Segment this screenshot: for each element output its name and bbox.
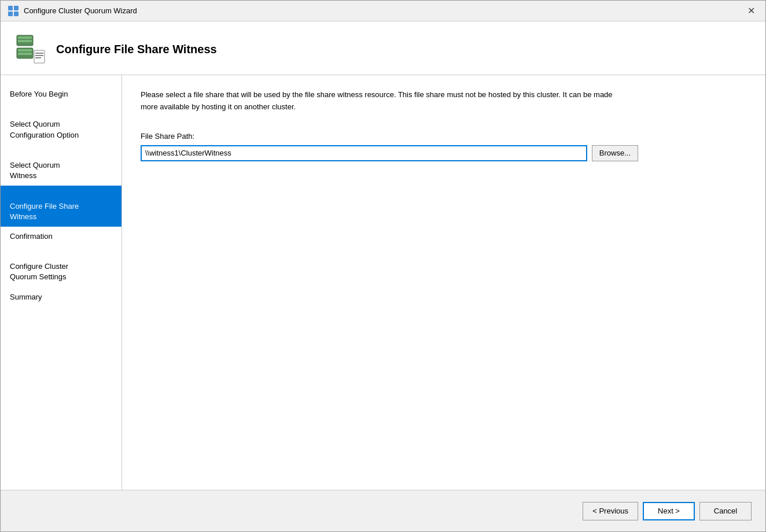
page-title: Configure File Share Witness	[56, 43, 217, 56]
browse-button[interactable]: Browse...	[592, 145, 638, 161]
svg-rect-10	[34, 50, 45, 63]
svg-rect-9	[18, 53, 32, 55]
svg-rect-3	[14, 12, 19, 16]
wizard-window: Configure Cluster Quorum Wizard ✕ Config…	[0, 0, 766, 532]
svg-rect-1	[14, 6, 19, 10]
svg-rect-2	[8, 12, 13, 16]
svg-rect-5	[18, 36, 32, 39]
field-row: Browse...	[141, 145, 638, 161]
svg-rect-0	[8, 6, 13, 10]
sidebar-item-before-you-begin[interactable]: Before You Begin	[1, 84, 121, 104]
sidebar-item-configure-file-share-witness[interactable]: Configure File Share Witness	[1, 186, 121, 227]
title-bar: Configure Cluster Quorum Wizard ✕	[1, 1, 765, 21]
main-content: Please select a file share that will be …	[122, 75, 765, 490]
svg-rect-12	[35, 55, 43, 56]
title-bar-left: Configure Cluster Quorum Wizard	[8, 5, 137, 17]
sidebar: Before You Begin Select Quorum Configura…	[1, 75, 122, 490]
sidebar-item-configure-cluster-quorum-settings[interactable]: Configure Cluster Quorum Settings	[1, 246, 121, 287]
sidebar-item-select-quorum-config[interactable]: Select Quorum Configuration Option	[1, 104, 121, 145]
svg-rect-13	[35, 57, 41, 58]
sidebar-item-summary[interactable]: Summary	[1, 287, 121, 307]
field-label: File Share Path:	[141, 132, 747, 141]
close-button[interactable]: ✕	[744, 4, 758, 17]
description-text: Please select a file share that will be …	[141, 89, 615, 113]
content-area: Before You Begin Select Quorum Configura…	[1, 75, 765, 490]
window-title: Configure Cluster Quorum Wizard	[24, 6, 137, 15]
footer: < Previous Next > Cancel	[1, 490, 765, 531]
svg-rect-8	[18, 49, 32, 51]
file-share-path-input[interactable]	[141, 145, 587, 161]
next-button[interactable]: Next >	[643, 502, 695, 520]
cancel-button[interactable]: Cancel	[699, 502, 752, 520]
svg-rect-11	[35, 53, 43, 54]
sidebar-item-confirmation[interactable]: Confirmation	[1, 227, 121, 246]
window-icon	[8, 5, 19, 17]
sidebar-item-select-quorum-witness[interactable]: Select Quorum Witness	[1, 145, 121, 186]
svg-rect-6	[18, 40, 32, 42]
header-section: Configure File Share Witness	[1, 21, 765, 75]
previous-button[interactable]: < Previous	[583, 502, 638, 520]
header-icon	[14, 33, 47, 65]
